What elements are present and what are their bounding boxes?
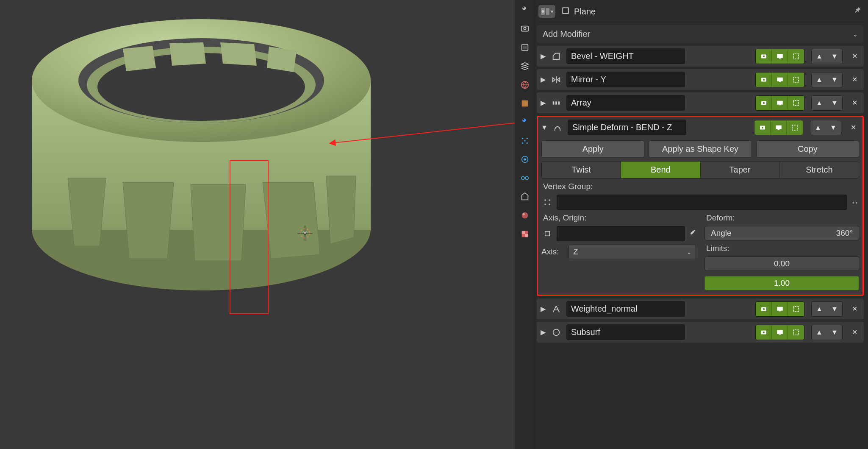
mode-taper[interactable]: Taper xyxy=(701,162,780,178)
svg-rect-72 xyxy=(779,334,781,335)
move-down-button[interactable]: ▼ xyxy=(826,120,841,135)
render-visibility-toggle[interactable] xyxy=(756,73,772,87)
viewport-visibility-toggle[interactable] xyxy=(772,73,788,87)
apply-shape-key-button[interactable]: Apply as Shape Key xyxy=(649,140,752,158)
render-tab-icon[interactable] xyxy=(520,24,530,34)
modifiers-tab-icon[interactable] xyxy=(520,117,530,127)
tool-tab-icon[interactable] xyxy=(520,5,530,15)
modifier-name-input[interactable]: Mirror - Y xyxy=(566,72,685,87)
expand-toggle[interactable]: ▶ xyxy=(540,305,546,313)
modifier-row-weighted-normal: ▶ Weighted_normal ▲ ▼ ✕ xyxy=(537,298,864,319)
svg-point-18 xyxy=(526,138,528,139)
editmode-visibility-toggle[interactable] xyxy=(788,73,804,87)
output-tab-icon[interactable] xyxy=(520,42,530,53)
expand-toggle[interactable]: ▶ xyxy=(540,75,546,84)
delete-modifier-button[interactable]: ✕ xyxy=(849,326,860,338)
mode-stretch[interactable]: Stretch xyxy=(780,162,859,178)
scene-tab-icon[interactable] xyxy=(520,80,530,90)
mode-bend[interactable]: Bend xyxy=(621,162,700,178)
vertex-group-input[interactable] xyxy=(557,195,847,210)
svg-rect-56 xyxy=(777,129,779,130)
svg-point-33 xyxy=(542,10,544,12)
svg-rect-30 xyxy=(525,234,528,237)
move-down-button[interactable]: ▼ xyxy=(827,302,842,316)
move-down-button[interactable]: ▼ xyxy=(827,96,842,110)
move-up-button[interactable]: ▲ xyxy=(812,73,827,87)
delete-modifier-button[interactable]: ✕ xyxy=(849,74,860,86)
modifier-name-input[interactable]: Subsurf xyxy=(566,324,685,340)
object-name: Plane xyxy=(574,7,596,17)
move-down-button[interactable]: ▼ xyxy=(827,49,842,64)
delete-modifier-button[interactable]: ✕ xyxy=(849,97,860,109)
render-visibility-toggle[interactable] xyxy=(756,325,772,340)
svg-rect-14 xyxy=(523,45,527,49)
expand-toggle[interactable]: ▼ xyxy=(541,124,547,131)
limit-low-input[interactable]: 0.00 xyxy=(704,257,859,271)
move-down-button[interactable]: ▼ xyxy=(827,73,842,87)
editor-type-icon[interactable]: ▾ xyxy=(538,5,555,18)
particles-tab-icon[interactable] xyxy=(520,136,530,146)
constraints-tab-icon[interactable] xyxy=(520,173,530,183)
deform-mode-tabs: Twist Bend Taper Stretch xyxy=(541,161,859,178)
svg-point-60 xyxy=(544,204,546,205)
move-up-button[interactable]: ▲ xyxy=(812,96,827,110)
add-modifier-dropdown[interactable]: Add Modifier ⌄ xyxy=(537,25,864,43)
viewport-visibility-toggle[interactable] xyxy=(772,325,788,340)
eyedropper-icon[interactable] xyxy=(688,229,696,238)
material-tab-icon[interactable] xyxy=(520,210,530,220)
modifier-name-input[interactable]: Weighted_normal xyxy=(566,301,685,317)
expand-toggle[interactable]: ▶ xyxy=(540,99,546,107)
svg-point-23 xyxy=(524,158,526,161)
editmode-visibility-toggle[interactable] xyxy=(788,96,804,110)
limit-high-input[interactable]: 1.00 xyxy=(704,276,859,290)
viewport-visibility-toggle[interactable] xyxy=(771,120,787,135)
render-visibility-toggle[interactable] xyxy=(756,49,772,64)
invert-vgroup-button[interactable]: ↔ xyxy=(851,198,859,207)
viewport-visibility-toggle[interactable] xyxy=(772,302,788,316)
modifier-name-input[interactable]: Bevel - WEIGHT xyxy=(566,48,685,64)
data-tab-icon[interactable] xyxy=(520,192,530,202)
move-down-button[interactable]: ▼ xyxy=(827,325,842,340)
move-up-button[interactable]: ▲ xyxy=(812,49,827,64)
svg-rect-34 xyxy=(563,8,568,13)
mirror-icon xyxy=(550,74,562,86)
viewport-visibility-toggle[interactable] xyxy=(772,49,788,64)
svg-rect-11 xyxy=(521,26,528,31)
axis-dropdown[interactable]: Z ⌄ xyxy=(568,245,696,259)
render-visibility-toggle[interactable] xyxy=(754,120,771,135)
render-visibility-toggle[interactable] xyxy=(756,96,772,110)
viewlayer-tab-icon[interactable] xyxy=(520,61,530,71)
delete-modifier-button[interactable]: ✕ xyxy=(849,50,860,62)
viewport-3d[interactable] xyxy=(0,0,515,449)
move-up-button[interactable]: ▲ xyxy=(812,325,827,340)
modifier-name-input[interactable]: Simple Deform - BEND - Z xyxy=(568,120,686,135)
limits-label: Limits: xyxy=(704,244,859,253)
angle-input[interactable]: Angle 360° xyxy=(704,226,859,240)
editmode-visibility-toggle[interactable] xyxy=(788,302,804,316)
editmode-visibility-toggle[interactable] xyxy=(787,120,803,135)
viewport-visibility-toggle[interactable] xyxy=(772,96,788,110)
editmode-visibility-toggle[interactable] xyxy=(788,325,804,340)
add-modifier-label: Add Modifier xyxy=(543,29,590,39)
mode-twist[interactable]: Twist xyxy=(542,162,621,178)
move-up-button[interactable]: ▲ xyxy=(810,120,826,135)
copy-button[interactable]: Copy xyxy=(756,140,859,158)
apply-button[interactable]: Apply xyxy=(541,140,644,158)
svg-point-54 xyxy=(761,126,763,128)
texture-tab-icon[interactable] xyxy=(520,229,530,239)
move-up-button[interactable]: ▲ xyxy=(812,302,827,316)
expand-toggle[interactable]: ▶ xyxy=(540,328,546,336)
limit-high-value: 1.00 xyxy=(774,279,790,288)
axis-origin-input[interactable] xyxy=(557,226,685,241)
modifier-name-input[interactable]: Array xyxy=(566,95,685,111)
render-visibility-toggle[interactable] xyxy=(756,302,772,316)
pin-icon[interactable] xyxy=(854,6,862,17)
physics-tab-icon[interactable] xyxy=(520,154,530,165)
delete-modifier-button[interactable]: ✕ xyxy=(847,122,859,134)
svg-rect-50 xyxy=(777,100,783,104)
editmode-visibility-toggle[interactable] xyxy=(788,49,804,64)
expand-toggle[interactable]: ▶ xyxy=(540,52,546,60)
world-tab-icon[interactable] xyxy=(520,98,530,109)
properties-panel: ▾ Plane Add Modifier ⌄ ▶ Bevel - WEIGHT xyxy=(535,0,868,449)
delete-modifier-button[interactable]: ✕ xyxy=(849,303,860,315)
